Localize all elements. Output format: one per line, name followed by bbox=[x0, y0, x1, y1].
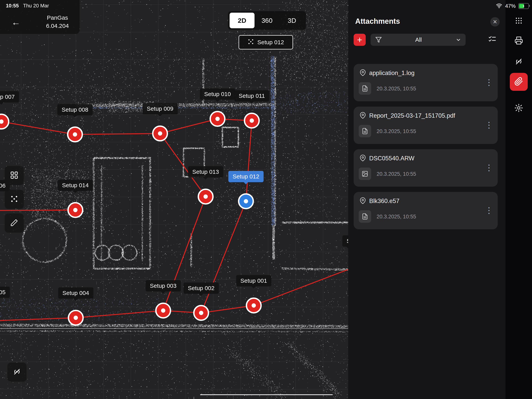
setup-label[interactable]: Setup 011 bbox=[234, 90, 269, 102]
broadcast-off-icon bbox=[514, 57, 523, 67]
setup-marker[interactable] bbox=[155, 302, 171, 319]
document-file-icon bbox=[359, 82, 371, 95]
status-bar-right: 47% bbox=[496, 2, 529, 10]
setup-label[interactable]: Setup 014 bbox=[58, 180, 93, 191]
image-file-icon bbox=[359, 167, 371, 180]
setup-marker[interactable] bbox=[244, 113, 260, 129]
project-version: 6.04.204 bbox=[39, 22, 76, 30]
back-button[interactable]: ← bbox=[11, 17, 21, 28]
setup-marker[interactable] bbox=[198, 189, 214, 205]
setup-label[interactable]: Setup 012 bbox=[228, 171, 264, 182]
more-options-icon[interactable]: ⋮ bbox=[485, 206, 493, 215]
location-pin-icon bbox=[360, 197, 366, 205]
location-pin-icon bbox=[360, 69, 366, 77]
multi-select-button[interactable] bbox=[487, 34, 498, 45]
setup-label[interactable]: Setup 003 bbox=[146, 280, 181, 291]
chevron-down-icon bbox=[455, 36, 462, 43]
setup-label[interactable]: Setup 013 bbox=[188, 166, 223, 178]
annotate-button[interactable] bbox=[5, 213, 24, 233]
attachment-filename: DSC05540.ARW bbox=[369, 155, 414, 162]
attachments-list: application_1.log20.3.2025, 10:55⋮Report… bbox=[354, 64, 498, 229]
view-mode-switcher: 2D 360 3D bbox=[228, 11, 306, 30]
attachment-date: 20.3.2025, 10:55 bbox=[377, 129, 416, 135]
filter-dropdown[interactable]: All bbox=[371, 34, 466, 46]
settings-button[interactable] bbox=[510, 99, 528, 117]
attachment-date: 20.3.2025, 10:55 bbox=[377, 171, 416, 177]
setup-marker[interactable] bbox=[0, 114, 9, 129]
more-options-icon[interactable]: ⋮ bbox=[485, 163, 493, 172]
more-options-icon[interactable]: ⋮ bbox=[485, 120, 493, 130]
setup-position-icon bbox=[248, 39, 254, 46]
page-title: PanGas 6.04.204 bbox=[39, 14, 76, 30]
setup-label[interactable]: Setup 001 bbox=[236, 275, 272, 286]
setup-marker[interactable] bbox=[152, 125, 168, 142]
attachment-date: 20.3.2025, 10:55 bbox=[377, 214, 416, 220]
setup-marker[interactable] bbox=[193, 305, 209, 321]
setup-marker[interactable] bbox=[238, 193, 254, 209]
setup-label[interactable]: Setup 009 bbox=[143, 103, 178, 114]
setup-label[interactable]: Setup 004 bbox=[58, 287, 94, 299]
attachment-card[interactable]: Report_2025-03-17_151705.pdf20.3.2025, 1… bbox=[354, 107, 498, 144]
thumbnails-icon bbox=[10, 171, 19, 180]
gear-icon bbox=[514, 103, 523, 113]
setup-marker[interactable] bbox=[67, 126, 83, 142]
project-name: PanGas bbox=[39, 14, 76, 22]
location-pin-icon bbox=[360, 112, 366, 119]
thumbnails-button[interactable] bbox=[5, 166, 24, 185]
wifi-icon bbox=[496, 2, 502, 10]
attachments-toolbar: + All bbox=[354, 34, 498, 46]
battery-icon bbox=[518, 3, 529, 9]
attachment-filename: application_1.log bbox=[369, 70, 415, 77]
setup-marker[interactable] bbox=[67, 202, 83, 218]
stream-off-button[interactable] bbox=[510, 53, 528, 71]
setup-marker[interactable] bbox=[209, 111, 226, 127]
setup-marker[interactable] bbox=[246, 297, 262, 314]
filter-selected-value: All bbox=[382, 36, 455, 43]
status-bar-left: 10:55 Thu 20 Mar bbox=[6, 3, 49, 9]
tab-360[interactable]: 360 bbox=[254, 13, 279, 28]
filter-funnel-icon bbox=[375, 36, 382, 43]
attachment-card[interactable]: Blk360.e5720.3.2025, 10:55⋮ bbox=[354, 192, 498, 229]
document-file-icon bbox=[359, 125, 371, 137]
setup-label[interactable]: Setup 007 bbox=[0, 91, 19, 103]
grid-dots-icon bbox=[515, 17, 523, 26]
attachment-card[interactable]: DSC05540.ARW20.3.2025, 10:55⋮ bbox=[354, 149, 498, 187]
attachment-filename: Blk360.e57 bbox=[369, 198, 399, 205]
setup-position-button[interactable] bbox=[5, 190, 24, 209]
setup-label-partial[interactable]: Setup 005 bbox=[0, 287, 10, 298]
attachment-date: 20.3.2025, 10:55 bbox=[377, 86, 416, 92]
tab-3d[interactable]: 3D bbox=[279, 13, 304, 28]
document-file-icon bbox=[359, 210, 371, 223]
setup-label[interactable]: Setup 008 bbox=[57, 104, 93, 115]
map-scale-bar bbox=[200, 394, 333, 395]
setup-label[interactable]: Setup 010 bbox=[200, 89, 235, 100]
more-options-icon[interactable]: ⋮ bbox=[485, 77, 493, 87]
tab-2d[interactable]: 2D bbox=[230, 13, 254, 28]
status-date: Thu 20 Mar bbox=[23, 3, 49, 9]
current-setup-chip[interactable]: Setup 012 bbox=[239, 35, 293, 50]
add-attachment-button[interactable]: + bbox=[354, 34, 366, 46]
setup-label[interactable]: Setup 002 bbox=[184, 283, 219, 294]
setup-marker[interactable] bbox=[68, 310, 84, 326]
checklist-icon bbox=[488, 35, 497, 45]
battery-percent: 47% bbox=[505, 3, 516, 9]
map-header-overlay: 10:55 Thu 20 Mar ← PanGas 6.04.204 bbox=[0, 0, 80, 34]
status-time: 10:55 bbox=[6, 3, 19, 9]
attachment-filename: Report_2025-03-17_151705.pdf bbox=[369, 112, 455, 119]
right-sidebar bbox=[506, 0, 532, 399]
setup-position-icon bbox=[10, 195, 18, 204]
attachment-card[interactable]: application_1.log20.3.2025, 10:55⋮ bbox=[354, 64, 498, 101]
print-button[interactable] bbox=[510, 32, 528, 50]
pencil-icon bbox=[10, 219, 18, 228]
app-grid-button[interactable] bbox=[510, 12, 528, 30]
current-setup-label: Setup 012 bbox=[257, 39, 284, 45]
paperclip-icon bbox=[514, 77, 523, 87]
attachments-button-active[interactable] bbox=[510, 73, 528, 91]
printer-icon bbox=[514, 36, 523, 45]
close-panel-button[interactable]: × bbox=[490, 17, 500, 26]
panel-title: Attachments bbox=[355, 17, 400, 26]
attachments-panel: Attachments × + All application_1.log20.… bbox=[348, 0, 506, 399]
location-pin-icon bbox=[360, 155, 366, 162]
live-off-button[interactable] bbox=[7, 363, 26, 382]
broadcast-off-icon bbox=[13, 367, 21, 377]
